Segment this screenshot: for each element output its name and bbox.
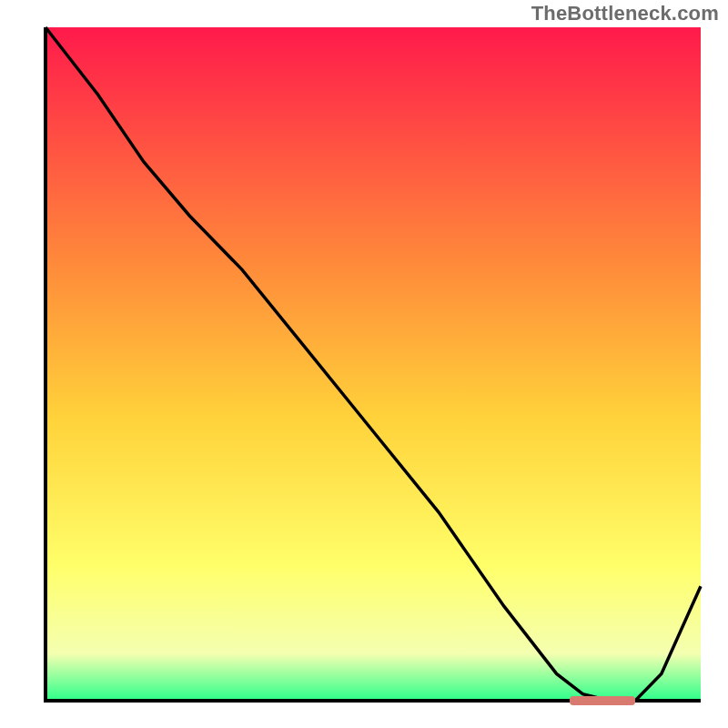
bottleneck-chart (0, 0, 728, 728)
plot-background (46, 27, 701, 701)
optimum-marker (570, 696, 635, 705)
